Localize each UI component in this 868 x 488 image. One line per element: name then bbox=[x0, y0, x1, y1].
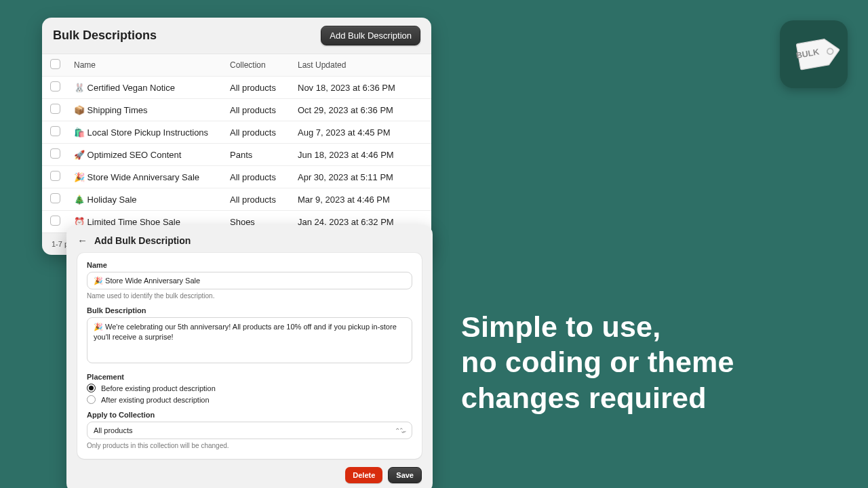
row-checkbox[interactable] bbox=[50, 193, 60, 203]
table-row[interactable]: 🎉 Store Wide Anniversary SaleAll product… bbox=[42, 166, 431, 188]
radio-icon bbox=[87, 384, 96, 392]
table-row[interactable]: 🚀 Optimized SEO ContentPantsJun 18, 2023… bbox=[42, 144, 431, 166]
back-arrow-icon[interactable]: ← bbox=[77, 235, 87, 246]
col-name: Name bbox=[67, 54, 223, 77]
row-name: 📦 Shipping Times bbox=[67, 99, 223, 121]
form-title: Add Bulk Description bbox=[94, 235, 191, 246]
table-row[interactable]: 📦 Shipping TimesAll productsOct 29, 2023… bbox=[42, 99, 431, 121]
form-header: ← Add Bulk Description bbox=[66, 225, 433, 253]
row-collection: All products bbox=[223, 166, 291, 188]
row-updated: Jun 18, 2023 at 4:46 PM bbox=[291, 144, 431, 166]
add-description-card: ← Add Bulk Description Name Name used to… bbox=[66, 225, 433, 488]
row-updated: Aug 7, 2023 at 4:45 PM bbox=[291, 121, 431, 144]
collection-select[interactable]: All products bbox=[87, 422, 412, 439]
form-panel: Name Name used to identify the bulk desc… bbox=[77, 253, 422, 459]
placement-after-label: After existing product description bbox=[101, 396, 210, 404]
row-name: 🐰 Certified Vegan Notice bbox=[67, 77, 223, 99]
placement-label: Placement bbox=[87, 373, 412, 381]
descriptions-table: Name Collection Last Updated 🐰 Certified… bbox=[42, 54, 431, 232]
placement-after-radio[interactable]: After existing product description bbox=[87, 395, 412, 404]
placement-before-radio[interactable]: Before existing product description bbox=[87, 384, 412, 392]
collection-label: Apply to Collection bbox=[87, 411, 412, 419]
table-header-row: Name Collection Last Updated bbox=[42, 54, 431, 77]
placement-before-label: Before existing product description bbox=[101, 384, 216, 392]
collection-hint: Only products in this collection will be… bbox=[87, 442, 412, 449]
row-collection: All products bbox=[223, 188, 291, 211]
collection-select-wrap: All products ⌃⌄ bbox=[87, 422, 412, 439]
price-tag-icon: BULK bbox=[785, 25, 843, 83]
col-collection: Collection bbox=[223, 54, 291, 77]
row-checkbox[interactable] bbox=[50, 104, 60, 114]
delete-button[interactable]: Delete bbox=[345, 467, 382, 483]
desc-textarea[interactable] bbox=[87, 317, 412, 363]
row-collection: All products bbox=[223, 99, 291, 121]
row-checkbox[interactable] bbox=[50, 216, 60, 226]
row-name: 🎉 Store Wide Anniversary Sale bbox=[67, 166, 223, 188]
name-label: Name bbox=[87, 261, 412, 269]
row-updated: Oct 29, 2023 at 6:36 PM bbox=[291, 99, 431, 121]
table-wrap: Name Collection Last Updated 🐰 Certified… bbox=[42, 54, 431, 233]
card-header: Bulk Descriptions Add Bulk Description bbox=[42, 18, 431, 54]
row-name: 🚀 Optimized SEO Content bbox=[67, 144, 223, 166]
row-checkbox[interactable] bbox=[50, 148, 60, 159]
row-checkbox[interactable] bbox=[50, 126, 60, 136]
app-icon: BULK bbox=[780, 20, 848, 88]
row-updated: Nov 18, 2023 at 6:36 PM bbox=[291, 77, 431, 99]
hero-headline: Simple to use,no coding or theme changes… bbox=[461, 309, 827, 415]
row-name: 🛍️ Local Store Pickup Instructions bbox=[67, 121, 223, 144]
row-updated: Mar 9, 2023 at 4:46 PM bbox=[291, 188, 431, 211]
row-collection: All products bbox=[223, 121, 291, 144]
form-actions: Delete Save bbox=[66, 459, 433, 483]
chevron-updown-icon: ⌃⌄ bbox=[395, 427, 406, 434]
row-checkbox[interactable] bbox=[50, 81, 60, 92]
bulk-descriptions-card: Bulk Descriptions Add Bulk Description N… bbox=[42, 18, 431, 255]
name-input[interactable] bbox=[87, 272, 412, 289]
table-row[interactable]: 🎄 Holiday SaleAll productsMar 9, 2023 at… bbox=[42, 188, 431, 211]
radio-icon bbox=[87, 395, 96, 404]
save-button[interactable]: Save bbox=[388, 467, 422, 483]
row-name: 🎄 Holiday Sale bbox=[67, 188, 223, 211]
desc-label: Bulk Description bbox=[87, 306, 412, 314]
name-hint: Name used to identify the bulk descripti… bbox=[87, 292, 412, 300]
row-collection: All products bbox=[223, 77, 291, 99]
select-all-checkbox[interactable] bbox=[50, 59, 60, 69]
row-checkbox[interactable] bbox=[50, 171, 60, 181]
row-collection: Pants bbox=[223, 144, 291, 166]
row-updated: Apr 30, 2023 at 5:11 PM bbox=[291, 166, 431, 188]
col-updated: Last Updated bbox=[291, 54, 431, 77]
table-row[interactable]: 🐰 Certified Vegan NoticeAll productsNov … bbox=[42, 77, 431, 99]
table-row[interactable]: 🛍️ Local Store Pickup InstructionsAll pr… bbox=[42, 121, 431, 144]
add-bulk-description-button[interactable]: Add Bulk Description bbox=[321, 26, 420, 45]
page-title: Bulk Descriptions bbox=[53, 28, 157, 43]
